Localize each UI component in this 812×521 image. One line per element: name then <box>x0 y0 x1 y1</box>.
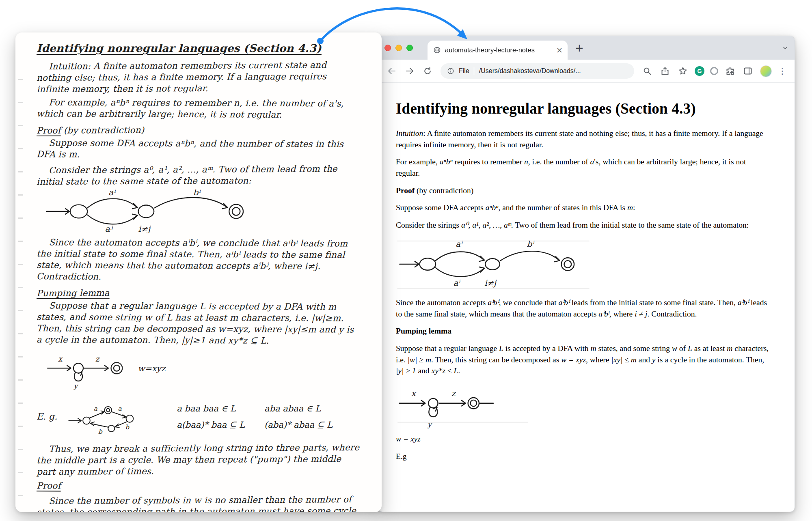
window-close-button[interactable] <box>384 45 391 51</box>
doc-paragraph-intuition: Intuition: A finite automaton remembers … <box>396 128 772 150</box>
figure-label-i-neq-j: i≠j <box>138 224 151 234</box>
address-bar[interactable]: File /Users/dashakosteva/Downloads/... <box>441 63 634 79</box>
back-button[interactable] <box>386 65 397 77</box>
notes-example-graph-figure: a a b b <box>66 394 168 439</box>
notes-proof-rest: (by contradiction) <box>61 125 145 135</box>
window-minimize-button[interactable] <box>395 45 402 51</box>
eg-label: E. g. <box>37 411 57 422</box>
notes-paragraph-since: Since the automaton accepts aⁱbⁱ, we con… <box>37 237 361 284</box>
notes-automaton-figure: aⁱ bⁱ aʲ i≠j <box>37 189 296 233</box>
doc-figure-label-x: x <box>411 389 417 398</box>
notes-title-text: Identifying nonregular languages (Sectio… <box>37 42 322 54</box>
notes-paragraph-suppose: Suppose some DFA accepts aⁿbⁿ, and the n… <box>37 137 361 161</box>
figure-label-b1: b <box>125 423 130 431</box>
notes-paragraph-intuition: Intuition: A finite automaton remembers … <box>37 59 361 95</box>
doc-paragraph-pumping: Suppose that a regular language L is acc… <box>396 343 772 377</box>
doc-heading-pumping-lemma: Pumping lemma <box>396 325 772 337</box>
figure-label-a2: a <box>118 405 122 412</box>
magnifier-icon[interactable] <box>641 65 653 77</box>
notes-xyz-figure: x y z w=xyz <box>37 349 211 390</box>
doc-figure-label-i-neq-j: i≠j <box>484 278 497 288</box>
notes-paragraph-consider: Consider the strings a⁰, a¹, a², …, aᵐ. … <box>37 163 361 187</box>
document-content: Identifying nonregular languages (Sectio… <box>378 83 795 462</box>
example-string: a(baa)* baa ⊆ L <box>177 420 245 430</box>
tab-title: automata-theory-lecture-notes <box>445 46 553 54</box>
doc-paragraph-consider: Consider the sirings a⁰, a¹, a², …, aᵐ. … <box>396 220 772 231</box>
figure-label-z: z <box>95 354 100 363</box>
doc-paragraph-since: Since the automaton accepts aⁱbⁱ, we con… <box>396 297 772 319</box>
doc-paragraph-suppose: Suppose some DFA accepts aⁿbⁿ, and the n… <box>396 202 772 213</box>
notes-paragraph-pumping: Suppose that a regular language L is acc… <box>37 300 361 347</box>
figure-label-ai-top: aⁱ <box>108 189 116 197</box>
notes-paragraph-symbols: Since the number of symbols in w is no s… <box>37 493 361 512</box>
notes-paragraph-example: For example, aⁿbⁿ requires to remember n… <box>37 97 361 121</box>
kebab-menu-icon[interactable]: ⋮ <box>778 65 786 77</box>
window-controls <box>384 45 413 51</box>
url-text: /Users/dashakosteva/Downloads/... <box>479 67 581 75</box>
extensions-puzzle-icon[interactable] <box>724 65 736 77</box>
browser-toolbar: File /Users/dashakosteva/Downloads/... G <box>378 60 795 83</box>
screenshot-canvas: Identifying nonregular languages (Sectio… <box>0 0 812 521</box>
handwritten-notes-page: Identifying nonregular languages (Sectio… <box>15 32 382 512</box>
browser-tab[interactable]: automata-theory-lecture-notes × <box>428 41 568 60</box>
figure-label-b2: b <box>98 428 103 435</box>
notes-title: Identifying nonregular languages (Sectio… <box>37 42 361 54</box>
notes-proof-word: Proof <box>37 125 61 135</box>
doc-paragraph-eg: E.g <box>396 451 772 462</box>
tab-strip: automata-theory-lecture-notes × + <box>378 36 795 60</box>
doc-figure-label-z: z <box>451 389 456 398</box>
example-string: a baa baa ∈ L <box>177 404 245 413</box>
file-scheme-label: File <box>459 67 469 75</box>
doc-automaton-figure: aⁱ bⁱ aⁱ i≠j <box>396 237 591 293</box>
doc-heading-proof: Proof (by contradiction) <box>396 185 772 196</box>
circle-extension-icon[interactable] <box>710 67 718 75</box>
chevron-down-icon[interactable] <box>782 44 789 52</box>
notes-proof2-text: Proof <box>37 480 61 491</box>
figure-label-x: x <box>58 354 63 363</box>
example-string: aba abaa ∈ L <box>264 404 333 413</box>
figure-label-aj-bottom: aʲ <box>105 224 113 234</box>
browser-window: automata-theory-lecture-notes × + <box>378 36 795 512</box>
notes-heading-proof: Proof (by contradiction) <box>37 123 361 136</box>
site-info-icon[interactable] <box>447 67 454 75</box>
pumping-lemma-heading-text: Pumping lemma <box>37 288 110 298</box>
figure-label-y: y <box>73 382 79 390</box>
share-icon[interactable] <box>659 65 671 77</box>
window-zoom-button[interactable] <box>406 45 413 51</box>
forward-button[interactable] <box>404 65 415 77</box>
notes-heading-proof2: Proof <box>37 480 361 493</box>
figure-label-a1: a <box>94 405 98 412</box>
doc-paragraph-example: For example, aⁿbⁿ requires to remember n… <box>396 156 772 179</box>
notes-heading-pumping-lemma: Pumping lemma <box>37 286 361 299</box>
bookmark-star-icon[interactable] <box>677 65 689 77</box>
grammarly-extension-icon[interactable]: G <box>695 66 704 76</box>
figure-label-bi: bⁱ <box>193 189 201 197</box>
doc-figure-label-ai-bottom: aⁱ <box>453 278 461 288</box>
notes-paragraph-thus: Thus, we may break a sufficiently long s… <box>37 442 361 478</box>
notes-example-row: E. g. a a b b <box>37 394 361 439</box>
doc-title: Identifying nonregular languages (Sectio… <box>396 100 772 117</box>
doc-xyz-figure: x y z <box>396 383 530 429</box>
notes-example-strings: a baa baa ∈ L aba abaa ∈ L a(baa)* baa ⊆… <box>177 404 333 430</box>
address-divider <box>474 67 474 75</box>
tab-close-icon[interactable]: × <box>556 46 563 54</box>
side-panel-icon[interactable] <box>742 65 754 77</box>
globe-favicon-icon <box>433 46 441 54</box>
profile-avatar[interactable] <box>760 65 772 77</box>
new-tab-button[interactable]: + <box>575 43 584 53</box>
doc-paragraph-w-xyz: w = xyz <box>396 433 772 445</box>
reload-button[interactable] <box>422 65 433 77</box>
example-string: (aba)* abaa ⊆ L <box>264 420 333 430</box>
figure-caption-w-xyz: w=xyz <box>138 364 166 373</box>
